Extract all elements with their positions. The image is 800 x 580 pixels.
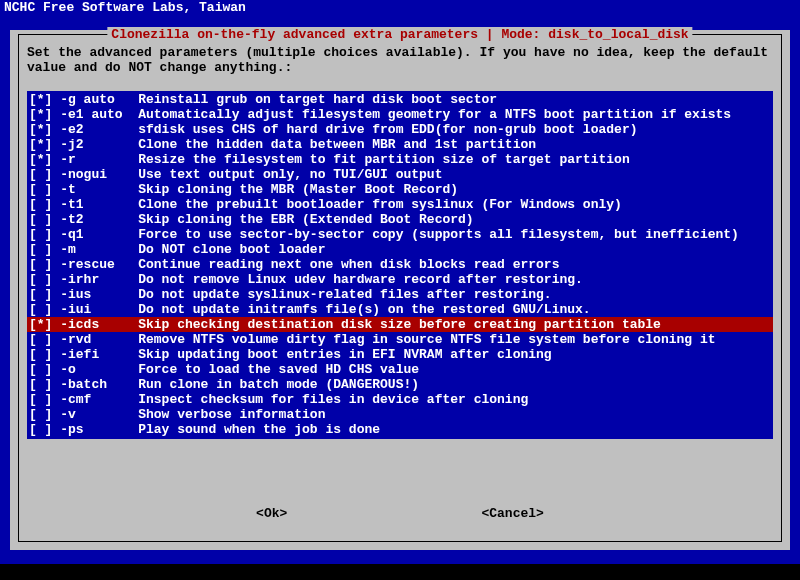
option-flag: -ps xyxy=(52,422,122,437)
option-item[interactable]: [ ] -t Skip cloning the MBR (Master Boot… xyxy=(27,182,773,197)
checkbox-icon[interactable]: [ ] xyxy=(29,407,52,422)
option-item[interactable]: [ ] -rescue Continue reading next one wh… xyxy=(27,257,773,272)
checkbox-icon[interactable]: [*] xyxy=(29,107,52,122)
option-item[interactable]: [ ] -m Do NOT clone boot loader xyxy=(27,242,773,257)
option-item[interactable]: [*] -j2 Clone the hidden data between MB… xyxy=(27,137,773,152)
option-description: Reinstall grub on target hard disk boot … xyxy=(123,92,497,107)
checkbox-icon[interactable]: [ ] xyxy=(29,257,52,272)
option-description: Force to load the saved HD CHS value xyxy=(123,362,419,377)
option-flag: -cmf xyxy=(52,392,122,407)
option-flag: -rvd xyxy=(52,332,122,347)
checkbox-icon[interactable]: [ ] xyxy=(29,227,52,242)
option-description: Do not update syslinux-related files aft… xyxy=(123,287,552,302)
option-flag: -iui xyxy=(52,302,122,317)
button-row: <Ok> <Cancel> xyxy=(19,506,781,521)
option-flag: -t2 xyxy=(52,212,122,227)
option-description: Run clone in batch mode (DANGEROUS!) xyxy=(123,377,419,392)
dialog-title: Clonezilla on-the-fly advanced extra par… xyxy=(107,27,692,42)
option-flag: -rescue xyxy=(52,257,122,272)
checkbox-icon[interactable]: [ ] xyxy=(29,272,52,287)
checkbox-icon[interactable]: [ ] xyxy=(29,182,52,197)
option-item[interactable]: [ ] -cmf Inspect checksum for files in d… xyxy=(27,392,773,407)
option-description: Force to use sector-by-sector copy (supp… xyxy=(123,227,739,242)
option-flag: -batch xyxy=(52,377,122,392)
checkbox-icon[interactable]: [ ] xyxy=(29,167,52,182)
option-item[interactable]: [ ] -iefi Skip updating boot entries in … xyxy=(27,347,773,362)
option-flag: -o xyxy=(52,362,122,377)
option-item[interactable]: [*] -r Resize the filesystem to fit part… xyxy=(27,152,773,167)
option-item[interactable]: [ ] -irhr Do not remove Linux udev hardw… xyxy=(27,272,773,287)
option-flag: -irhr xyxy=(52,272,122,287)
option-description: Inspect checksum for files in device aft… xyxy=(123,392,529,407)
option-flag: -e2 xyxy=(52,122,122,137)
checkbox-icon[interactable]: [ ] xyxy=(29,362,52,377)
option-item[interactable]: [*] -g auto Reinstall grub on target har… xyxy=(27,92,773,107)
dialog-frame: Clonezilla on-the-fly advanced extra par… xyxy=(18,34,782,542)
ok-button[interactable]: <Ok> xyxy=(256,506,287,521)
option-description: Do not update initramfs file(s) on the r… xyxy=(123,302,591,317)
option-item[interactable]: [ ] -iui Do not update initramfs file(s)… xyxy=(27,302,773,317)
option-description: Skip cloning the MBR (Master Boot Record… xyxy=(123,182,458,197)
option-description: Clone the prebuilt bootloader from sysli… xyxy=(123,197,622,212)
option-item[interactable]: [ ] -rvd Remove NTFS volume dirty flag i… xyxy=(27,332,773,347)
checkbox-icon[interactable]: [ ] xyxy=(29,347,52,362)
checkbox-icon[interactable]: [ ] xyxy=(29,422,52,437)
checkbox-icon[interactable]: [ ] xyxy=(29,377,52,392)
option-description: sfdisk uses CHS of hard drive from EDD(f… xyxy=(123,122,638,137)
option-item[interactable]: [ ] -nogui Use text output only, no TUI/… xyxy=(27,167,773,182)
dialog: Clonezilla on-the-fly advanced extra par… xyxy=(10,30,790,550)
option-flag: -q1 xyxy=(52,227,122,242)
option-item[interactable]: [*] -icds Skip checking destination disk… xyxy=(27,317,773,332)
checkbox-icon[interactable]: [ ] xyxy=(29,197,52,212)
checkbox-icon[interactable]: [ ] xyxy=(29,242,52,257)
checkbox-icon[interactable]: [ ] xyxy=(29,392,52,407)
option-description: Resize the filesystem to fit partition s… xyxy=(123,152,630,167)
checkbox-icon[interactable]: [*] xyxy=(29,317,52,332)
option-flag: -ius xyxy=(52,287,122,302)
option-item[interactable]: [ ] -ps Play sound when the job is done xyxy=(27,422,773,437)
option-item[interactable]: [ ] -v Show verbose information xyxy=(27,407,773,422)
option-flag: -t xyxy=(52,182,122,197)
option-description: Continue reading next one when disk bloc… xyxy=(123,257,560,272)
option-item[interactable]: [*] -e2 sfdisk uses CHS of hard drive fr… xyxy=(27,122,773,137)
option-description: Show verbose information xyxy=(123,407,326,422)
instruction-text: Set the advanced parameters (multiple ch… xyxy=(27,45,773,75)
option-item[interactable]: [ ] -batch Run clone in batch mode (DANG… xyxy=(27,377,773,392)
option-flag: -icds xyxy=(52,317,122,332)
option-item[interactable]: [*] -e1 auto Automatically adjust filesy… xyxy=(27,107,773,122)
checkbox-icon[interactable]: [*] xyxy=(29,137,52,152)
option-item[interactable]: [ ] -t2 Skip cloning the EBR (Extended B… xyxy=(27,212,773,227)
option-description: Skip cloning the EBR (Extended Boot Reco… xyxy=(123,212,474,227)
option-flag: -iefi xyxy=(52,347,122,362)
option-flag: -v xyxy=(52,407,122,422)
option-flag: -j2 xyxy=(52,137,122,152)
option-flag: -nogui xyxy=(52,167,122,182)
option-description: Play sound when the job is done xyxy=(123,422,380,437)
option-description: Skip updating boot entries in EFI NVRAM … xyxy=(123,347,552,362)
option-description: Do not remove Linux udev hardware record… xyxy=(123,272,583,287)
checkbox-icon[interactable]: [ ] xyxy=(29,212,52,227)
option-flag: -t1 xyxy=(52,197,122,212)
checkbox-icon[interactable]: [ ] xyxy=(29,332,52,347)
option-flag: -e1 auto xyxy=(52,107,122,122)
option-item[interactable]: [ ] -q1 Force to use sector-by-sector co… xyxy=(27,227,773,242)
checkbox-icon[interactable]: [ ] xyxy=(29,302,52,317)
option-description: Use text output only, no TUI/GUI output xyxy=(123,167,443,182)
cancel-button[interactable]: <Cancel> xyxy=(481,506,543,521)
checkbox-icon[interactable]: [*] xyxy=(29,92,52,107)
options-listbox[interactable]: [*] -g auto Reinstall grub on target har… xyxy=(27,91,773,439)
bottom-bar xyxy=(0,564,800,580)
option-description: Clone the hidden data between MBR and 1s… xyxy=(123,137,536,152)
option-flag: -g auto xyxy=(52,92,122,107)
option-description: Do NOT clone boot loader xyxy=(123,242,326,257)
app-header: NCHC Free Software Labs, Taiwan xyxy=(0,0,800,15)
option-description: Skip checking destination disk size befo… xyxy=(123,317,661,332)
option-item[interactable]: [ ] -o Force to load the saved HD CHS va… xyxy=(27,362,773,377)
option-item[interactable]: [ ] -t1 Clone the prebuilt bootloader fr… xyxy=(27,197,773,212)
option-item[interactable]: [ ] -ius Do not update syslinux-related … xyxy=(27,287,773,302)
checkbox-icon[interactable]: [ ] xyxy=(29,287,52,302)
option-description: Remove NTFS volume dirty flag in source … xyxy=(123,332,716,347)
checkbox-icon[interactable]: [*] xyxy=(29,122,52,137)
option-flag: -r xyxy=(52,152,122,167)
checkbox-icon[interactable]: [*] xyxy=(29,152,52,167)
